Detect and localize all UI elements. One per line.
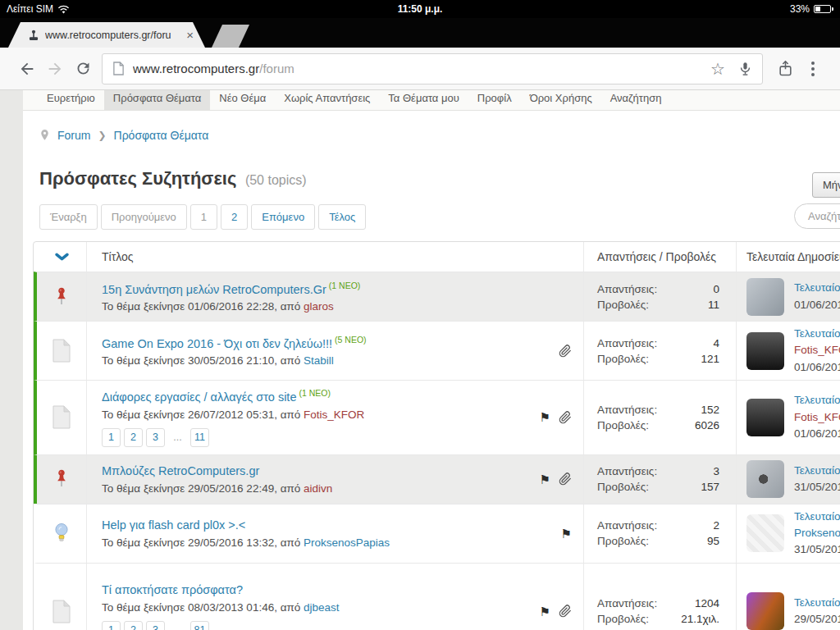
replies-label: Απαντήσεις: bbox=[597, 465, 657, 477]
breadcrumb-link-forum[interactable]: Forum bbox=[57, 129, 90, 142]
breadcrumb: Forum ❯ Πρόσφατα Θέματα bbox=[39, 129, 840, 142]
clock: 11:50 μ.μ. bbox=[398, 3, 443, 15]
page-title: Πρόσφατες Συζητήσεις bbox=[39, 168, 236, 189]
file-icon bbox=[52, 405, 71, 429]
header-replies-views: Απαντήσεις / Προβολές bbox=[583, 242, 736, 272]
topic-title-link[interactable]: Game On Expo 2016 - Όχι οτι δεν ζηλεύω!!… bbox=[102, 336, 332, 349]
topic-author-link[interactable]: ProksenosPapias bbox=[304, 536, 390, 549]
url-bar[interactable]: www.retrocomputers.gr/forum ☆ bbox=[102, 53, 763, 84]
replies-label: Απαντήσεις: bbox=[597, 597, 657, 609]
replies-count: 3 bbox=[713, 465, 719, 477]
topic-page-jumps: 123...81 bbox=[102, 621, 534, 630]
page-icon bbox=[112, 62, 125, 75]
pagination-link[interactable]: Επόμενο bbox=[251, 204, 315, 230]
nav-item[interactable]: Τα Θέματα μου bbox=[379, 90, 468, 111]
pushpin-icon bbox=[54, 286, 69, 308]
forward-button bbox=[41, 55, 69, 83]
avatar[interactable] bbox=[746, 332, 784, 370]
tab-favicon bbox=[28, 30, 39, 41]
url-host: www.retrocomputers.gr bbox=[133, 62, 259, 75]
page-ellipsis: ... bbox=[168, 621, 187, 630]
replies-label: Απαντήσεις: bbox=[597, 283, 657, 295]
last-post-link[interactable]: Τελευταίο bbox=[794, 595, 840, 611]
last-post-author-link[interactable]: Fotis_KFO bbox=[794, 342, 840, 358]
url-text: www.retrocomputers.gr/forum bbox=[133, 62, 294, 75]
reload-button[interactable] bbox=[69, 55, 97, 83]
avatar[interactable] bbox=[746, 460, 784, 498]
nav-item[interactable]: Προφίλ bbox=[468, 90, 521, 111]
topic-page-link[interactable]: 11 bbox=[190, 428, 209, 447]
pagination-link[interactable]: Τέλος bbox=[318, 204, 366, 230]
topic-row: Μπλούζες RetroComputers.gr Το θέμα ξεκίν… bbox=[34, 454, 840, 504]
replies-count: 2 bbox=[713, 519, 719, 532]
topic-title-link[interactable]: 15η Συνάντηση μελών RetroComputers.Gr bbox=[102, 282, 326, 295]
microphone-icon[interactable] bbox=[738, 61, 752, 77]
pagination-current: 1 bbox=[190, 204, 217, 230]
topic-author-link[interactable]: djbeast bbox=[304, 601, 340, 614]
avatar[interactable] bbox=[746, 592, 784, 630]
new-badge: (1 ΝΕΟ) bbox=[329, 281, 361, 290]
last-post-date: 29/05/201 bbox=[794, 611, 840, 628]
topic-author-link[interactable]: glaros bbox=[304, 300, 334, 313]
topic-page-link[interactable]: 2 bbox=[124, 428, 143, 447]
topic-page-link[interactable]: 1 bbox=[102, 428, 121, 447]
tab-strip: www.retrocomputers.gr/foru × bbox=[0, 18, 840, 48]
breadcrumb-link-recent[interactable]: Πρόσφατα Θέματα bbox=[114, 129, 209, 142]
last-post-date: 31/05/201 bbox=[794, 541, 840, 558]
message-button[interactable]: Μήν bbox=[812, 172, 840, 198]
file-icon bbox=[52, 339, 71, 363]
topic-page-link[interactable]: 3 bbox=[146, 428, 165, 447]
replies-count: 152 bbox=[701, 404, 719, 416]
last-post-date: 01/06/201 bbox=[794, 359, 840, 376]
avatar[interactable] bbox=[746, 278, 784, 316]
new-badge: (5 ΝΕΟ) bbox=[335, 335, 367, 345]
topic-title-link[interactable]: Τί αποκτήσατε πρόσφατα? bbox=[102, 583, 243, 596]
topic-author-link[interactable]: Fotis_KFOR bbox=[304, 409, 364, 421]
back-button[interactable] bbox=[13, 55, 41, 83]
last-post-link[interactable]: Τελευταίο bbox=[794, 392, 840, 409]
tab-title: www.retrocomputers.gr/foru bbox=[45, 30, 180, 41]
wifi-icon bbox=[57, 5, 70, 14]
nav-item[interactable]: Όροι Χρήσης bbox=[521, 90, 601, 111]
nav-item[interactable]: Ευρετήριο bbox=[38, 90, 104, 111]
nav-item[interactable]: Αναζήτηση bbox=[601, 90, 671, 111]
last-post-link[interactable]: Τελευταίο bbox=[794, 509, 840, 525]
location-pin-icon bbox=[39, 129, 50, 142]
sort-chevron-icon[interactable] bbox=[37, 253, 86, 262]
share-icon[interactable] bbox=[771, 55, 799, 83]
screen: Λείπει SIM 11:50 μ.μ. 33% www.retrocompu… bbox=[0, 0, 840, 630]
topic-title-link[interactable]: Διάφορες εργασίες / αλλαγές στο site bbox=[102, 390, 296, 404]
pagination-link[interactable]: 2 bbox=[221, 204, 248, 230]
views-count: 21.1χιλ. bbox=[681, 613, 719, 625]
pagination-disabled: Έναρξη bbox=[39, 204, 98, 230]
topic-page-link[interactable]: 81 bbox=[190, 621, 209, 630]
last-post-date: 31/05/201 bbox=[794, 479, 840, 495]
menu-icon[interactable] bbox=[799, 55, 827, 83]
nav-item[interactable]: Χωρίς Απαντήσεις bbox=[275, 90, 379, 111]
last-post-author-link[interactable]: Fotis_KFO bbox=[794, 409, 840, 426]
topic-page-link[interactable]: 3 bbox=[146, 621, 165, 630]
bookmark-star-icon[interactable]: ☆ bbox=[710, 61, 725, 77]
topic-title-link[interactable]: Help για flash card pl0x >.< bbox=[102, 518, 245, 532]
browser-tab[interactable]: www.retrocomputers.gr/foru × bbox=[8, 22, 205, 48]
topic-author-link[interactable]: aidivn bbox=[304, 482, 332, 495]
nav-item[interactable]: Νέο Θέμα bbox=[210, 90, 275, 111]
search-input[interactable]: Αναζήτ bbox=[794, 203, 840, 229]
topic-page-link[interactable]: 2 bbox=[124, 621, 143, 630]
last-post-author-link[interactable]: Prokseno bbox=[794, 525, 840, 541]
avatar[interactable] bbox=[746, 399, 784, 436]
topic-title-link[interactable]: Μπλούζες RetroComputers.gr bbox=[102, 464, 259, 477]
topic-started-text: Το θέμα ξεκίνησε 01/06/2016 22:28, από g… bbox=[102, 300, 534, 313]
topic-page-link[interactable]: 1 bbox=[102, 621, 121, 630]
header-title: Τίτλος bbox=[86, 242, 583, 272]
views-count: 6026 bbox=[695, 419, 719, 431]
views-label: Προβολές: bbox=[597, 613, 649, 625]
tab-close-icon[interactable]: × bbox=[186, 29, 194, 41]
avatar[interactable] bbox=[746, 514, 784, 552]
new-tab-button[interactable] bbox=[212, 25, 249, 48]
topic-author-link[interactable]: Stabill bbox=[304, 354, 334, 367]
last-post-link[interactable]: Τελευταίο bbox=[794, 280, 840, 296]
nav-item[interactable]: Πρόσφατα Θέματα bbox=[104, 90, 210, 111]
last-post-link[interactable]: Τελευταίο bbox=[794, 463, 840, 479]
last-post-link[interactable]: Τελευταίο bbox=[794, 326, 840, 342]
